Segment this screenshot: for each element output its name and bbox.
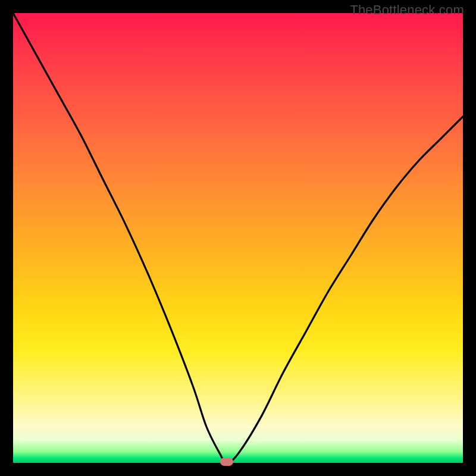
bottleneck-curve bbox=[13, 13, 463, 463]
optimal-point-marker bbox=[220, 458, 233, 466]
plot-area bbox=[13, 13, 463, 463]
watermark-text: TheBottleneck.com bbox=[350, 2, 464, 18]
chart-frame: TheBottleneck.com bbox=[0, 0, 476, 476]
